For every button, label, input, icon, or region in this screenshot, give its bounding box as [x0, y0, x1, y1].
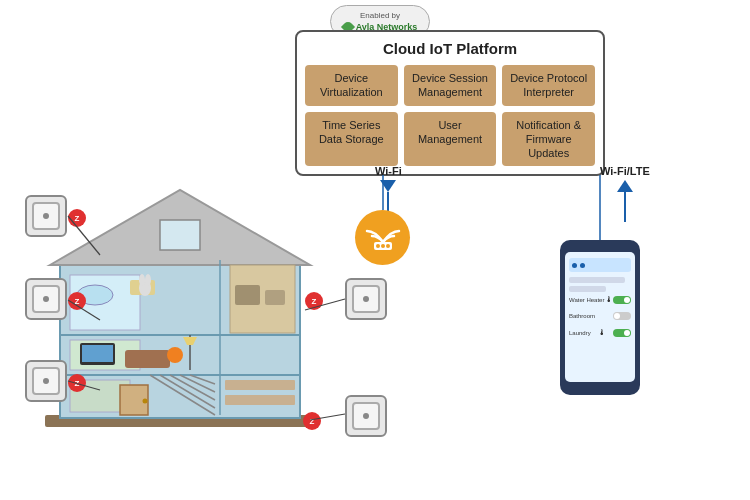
phone-bar-2 [569, 286, 606, 292]
phone: Water Heater 🌡 Bathroom Laundry 🌡 [560, 240, 640, 400]
water-heater-toggle[interactable] [613, 296, 631, 304]
cloud-platform-box: Cloud IoT Platform DeviceVirtualization … [295, 30, 605, 176]
platform-grid: DeviceVirtualization Device SessionManag… [305, 65, 595, 166]
svg-rect-33 [225, 380, 295, 390]
phone-screen: Water Heater 🌡 Bathroom Laundry 🌡 [565, 252, 635, 382]
router-icon [364, 222, 402, 254]
platform-cell-2: Device ProtocolInterpreter [502, 65, 595, 106]
zwave-badge-bot-left: Z [68, 374, 86, 392]
svg-point-2 [381, 244, 385, 248]
water-heater-label: Water Heater [569, 297, 604, 303]
phone-row-laundry: Laundry 🌡 [569, 328, 631, 337]
platform-cell-4: UserManagement [404, 112, 497, 167]
svg-rect-38 [235, 285, 260, 305]
phone-body: Water Heater 🌡 Bathroom Laundry 🌡 [560, 240, 640, 395]
platform-cell-5: Notification &Firmware Updates [502, 112, 595, 167]
enabled-by-text: Enabled by [339, 11, 421, 20]
svg-rect-7 [160, 220, 200, 250]
svg-point-1 [376, 244, 380, 248]
svg-rect-39 [265, 290, 285, 305]
phone-bar-1 [569, 277, 625, 283]
svg-rect-34 [225, 395, 295, 405]
wifi-lte-arrow-line [624, 192, 626, 222]
wifi-lte-arrow: Wi-Fi/LTE [600, 165, 650, 222]
arrow-down-icon [380, 180, 396, 192]
wifi-label: Wi-Fi [375, 165, 402, 177]
phone-header [569, 258, 631, 272]
bathroom-label: Bathroom [569, 313, 595, 319]
svg-point-16 [145, 274, 151, 286]
phone-row-bathroom: Bathroom [569, 312, 631, 320]
svg-rect-22 [82, 345, 113, 362]
svg-rect-23 [125, 350, 170, 368]
zwave-badge-bot-right: Z [303, 412, 321, 430]
laundry-label: Laundry [569, 330, 591, 336]
zwave-badge-mid-left: Z [68, 292, 86, 310]
platform-cell-0: DeviceVirtualization [305, 65, 398, 106]
phone-dot-2 [580, 263, 585, 268]
svg-point-15 [139, 274, 145, 286]
phone-dot-1 [572, 263, 577, 268]
phone-row-water-heater: Water Heater 🌡 [569, 295, 631, 304]
wifi-lte-label: Wi-Fi/LTE [600, 165, 650, 177]
zwave-badge-top-right: Z [305, 292, 323, 310]
svg-point-26 [167, 347, 183, 363]
platform-cell-3: Time SeriesData Storage [305, 112, 398, 167]
platform-cell-1: Device SessionManagement [404, 65, 497, 106]
zwave-badge-top-left: Z [68, 209, 86, 227]
arrow-up-icon [617, 180, 633, 192]
svg-point-36 [143, 399, 148, 404]
wifi-router [355, 210, 410, 265]
laundry-toggle[interactable] [613, 329, 631, 337]
cloud-platform-title: Cloud IoT Platform [305, 40, 595, 57]
svg-point-3 [386, 244, 390, 248]
bathroom-toggle[interactable] [613, 312, 631, 320]
